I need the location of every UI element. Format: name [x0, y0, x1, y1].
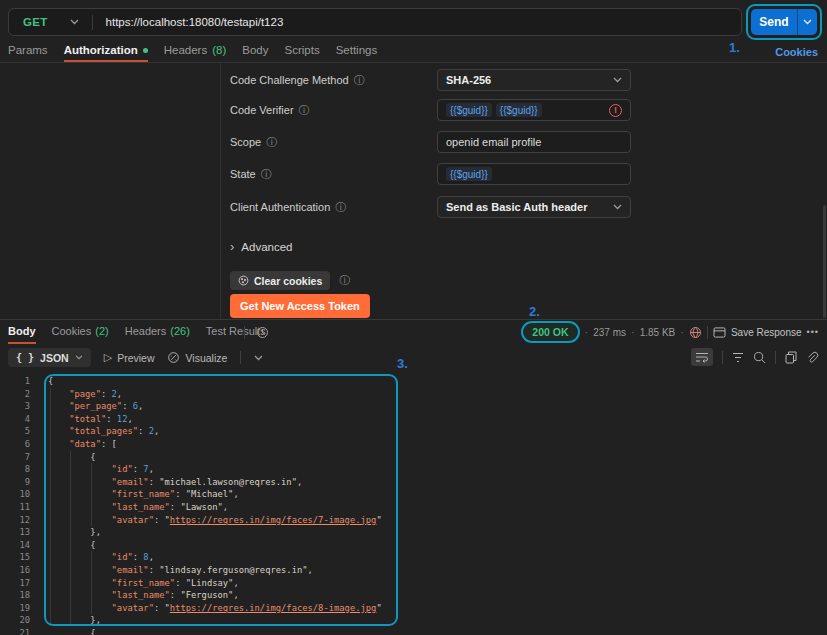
- scope-input[interactable]: openid email profile: [437, 131, 631, 153]
- cookies-link[interactable]: Cookies: [775, 46, 818, 58]
- method-selector[interactable]: GET: [23, 16, 48, 28]
- code-token: 12: [117, 414, 128, 424]
- cookie-icon: [238, 275, 249, 286]
- auth-configured-dot: [143, 48, 148, 53]
- scope-value: openid email profile: [446, 136, 541, 148]
- code-token: [48, 552, 112, 562]
- info-icon[interactable]: ⓘ: [339, 275, 350, 286]
- get-new-access-token-button[interactable]: Get New Access Token: [230, 294, 370, 318]
- chevron-down-icon[interactable]: [70, 19, 79, 25]
- line-number: 20: [0, 614, 30, 627]
- tab-label: Settings: [336, 44, 378, 56]
- response-format-select[interactable]: { } JSON: [8, 348, 91, 367]
- response-tabs: BodyCookies(2)Headers(26)Test Results: [8, 322, 266, 344]
- code-line: "page": 2,: [48, 388, 382, 401]
- code-token: "total_pages": [69, 426, 138, 436]
- preview-button[interactable]: ▷ Preview: [104, 351, 155, 364]
- response-body-editor[interactable]: 123456789101112131415161718192021 { "pag…: [0, 372, 827, 635]
- code-verifier-input[interactable]: {{$guid}} {{$guid}} !: [437, 99, 631, 121]
- scrollbar-thumb[interactable]: [823, 205, 826, 318]
- info-icon[interactable]: ⓘ: [335, 202, 346, 213]
- code-token: [48, 389, 69, 399]
- response-tab-body[interactable]: Body: [8, 325, 36, 344]
- response-time: 237 ms: [593, 327, 626, 338]
- visualize-button[interactable]: Visualize: [167, 351, 227, 364]
- code-token: :: [133, 464, 144, 474]
- line-number: 11: [0, 501, 30, 514]
- state-input[interactable]: {{$guid}}: [437, 163, 631, 185]
- clear-cookies-button[interactable]: Clear cookies: [230, 271, 330, 290]
- tab-label: Authorization: [64, 44, 138, 56]
- code-token: :: [149, 477, 160, 487]
- request-tab-params[interactable]: Params: [8, 44, 48, 62]
- line-number: 16: [0, 564, 30, 577]
- field-label: Code Challenge Method: [230, 74, 349, 86]
- avatar-url-link[interactable]: https://reqres.in/img/faces/7-image.jpg: [170, 515, 377, 525]
- request-tab-headers[interactable]: Headers(8): [164, 44, 227, 62]
- avatar-url-link[interactable]: https://reqres.in/img/faces/8-image.jpg: [170, 603, 377, 613]
- network-globe-icon[interactable]: [689, 326, 702, 339]
- info-icon[interactable]: ⓘ: [299, 105, 310, 116]
- tab-label: Headers: [164, 44, 207, 56]
- send-button[interactable]: Send: [751, 9, 817, 35]
- tab-label: Scripts: [284, 44, 319, 56]
- code-line: },: [48, 526, 382, 539]
- code-token: [48, 565, 112, 575]
- response-tab-cookies[interactable]: Cookies(2): [52, 325, 109, 344]
- field-row-client-authentication: Client Authentication ⓘ Send as Basic Au…: [0, 196, 827, 218]
- code-token: {: [48, 452, 96, 462]
- search-icon[interactable]: [753, 351, 766, 364]
- code-token: "email": [112, 477, 149, 487]
- divider: [775, 351, 776, 364]
- line-number: 3: [0, 400, 30, 413]
- line-number: 14: [0, 539, 30, 552]
- code-token: ,: [149, 464, 154, 474]
- code-token: :: [149, 565, 160, 575]
- request-tab-scripts[interactable]: Scripts: [284, 44, 319, 62]
- info-icon[interactable]: ⓘ: [266, 137, 277, 148]
- request-tab-body[interactable]: Body: [242, 44, 268, 62]
- wrap-text-icon[interactable]: [691, 348, 713, 366]
- request-tab-settings[interactable]: Settings: [336, 44, 378, 62]
- wand-icon: [167, 351, 180, 364]
- save-response-button[interactable]: Save Response: [713, 327, 802, 338]
- divider: [92, 15, 93, 30]
- code-line: "avatar": "https://reqres.in/img/faces/8…: [48, 602, 382, 615]
- tab-label: Cookies: [52, 325, 92, 337]
- annotation-ring-status: 200 OK: [521, 321, 579, 343]
- code-token: "id": [112, 552, 133, 562]
- chevron-down-icon[interactable]: [254, 355, 263, 361]
- code-token: :: [154, 515, 165, 525]
- code-token: :: [122, 401, 133, 411]
- more-options-button[interactable]: •••: [807, 327, 819, 337]
- warning-icon[interactable]: !: [609, 104, 622, 117]
- send-options-chevron-icon[interactable]: [797, 9, 817, 35]
- code-line: "last_name": "Lawson",: [48, 501, 382, 514]
- link-icon[interactable]: [806, 351, 819, 364]
- history-icon[interactable]: [256, 326, 269, 339]
- code-line: {: [48, 539, 382, 552]
- response-tab-headers[interactable]: Headers(26): [125, 325, 190, 344]
- code-token: [48, 439, 69, 449]
- info-icon[interactable]: ⓘ: [261, 169, 272, 180]
- url-bar: GET https://localhost:18080/testapi/t123: [8, 8, 742, 36]
- advanced-toggle[interactable]: › Advanced: [230, 240, 293, 253]
- url-input[interactable]: https://localhost:18080/testapi/t123: [106, 16, 284, 28]
- code-token: "Ferguson": [180, 590, 233, 600]
- code-token: {: [48, 376, 53, 386]
- info-icon[interactable]: ⓘ: [354, 75, 365, 86]
- code-token: ,: [297, 477, 302, 487]
- code-token: "per_page": [69, 401, 122, 411]
- code-token: :: [101, 389, 112, 399]
- client-authentication-select[interactable]: Send as Basic Auth header: [437, 196, 631, 218]
- code-token: "first_name": [112, 578, 176, 588]
- dot-separator: ·: [585, 326, 589, 338]
- code-challenge-method-select[interactable]: SHA-256: [437, 69, 631, 91]
- filter-icon[interactable]: [732, 352, 744, 363]
- code-line: "total_pages": 2,: [48, 425, 382, 438]
- copy-icon[interactable]: [785, 351, 797, 364]
- divider: [244, 326, 245, 339]
- code-line: "data": [: [48, 438, 382, 451]
- request-tab-authorization[interactable]: Authorization: [64, 44, 148, 62]
- code-token: ,: [308, 565, 313, 575]
